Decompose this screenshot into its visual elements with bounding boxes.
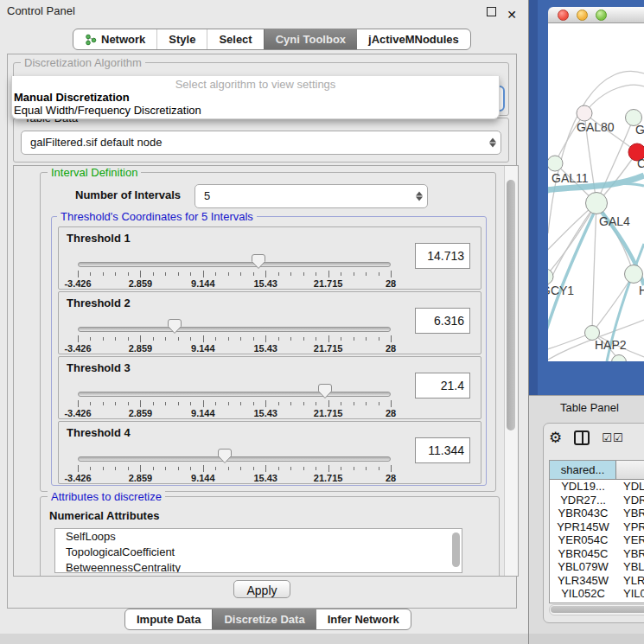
window-close-button[interactable] [558, 10, 569, 21]
cell-shared-name[interactable]: YER054C [550, 533, 616, 547]
cell-shared-name[interactable]: YBR043C [550, 507, 616, 520]
tab-select[interactable]: Select [207, 29, 263, 49]
network-canvas[interactable]: GAL80 GA C GAL11 GAL4 GCY1 H HAP2 [548, 23, 644, 361]
network-view-window[interactable]: GAL80 GA C GAL11 GAL4 GCY1 H HAP2 [529, 0, 644, 395]
cell-name[interactable]: YLR3 [616, 574, 644, 588]
table-row[interactable]: YER054CYER0 [550, 533, 644, 547]
node-partial[interactable] [612, 355, 627, 362]
threshold-1-slider[interactable]: -3.4262.8599.14415.4321.71528 [78, 258, 391, 286]
table-row[interactable]: YBR045CYBR0 [550, 547, 644, 561]
tick-label: 21.715 [314, 408, 343, 418]
threshold-4-value[interactable]: 11.344 [415, 437, 470, 463]
cell-name[interactable]: YER0 [616, 533, 644, 547]
settings-scrollbar[interactable] [504, 166, 518, 576]
slider-handle[interactable] [218, 449, 232, 463]
tab-impute-data[interactable]: Impute Data [125, 609, 212, 629]
tab-style[interactable]: Style [156, 29, 207, 49]
tick-mark [115, 272, 116, 276]
tick-mark [290, 402, 291, 405]
tick-mark [341, 402, 341, 405]
attribute-list-item[interactable]: BetweennessCentrality [55, 560, 462, 573]
slider-handle[interactable] [168, 319, 182, 334]
cell-shared-name[interactable]: YBL079W [550, 560, 616, 574]
dropdown-option-manual-discretization[interactable]: Manual Discretization [12, 91, 499, 104]
numerical-attributes-list[interactable]: SelfLoopsTopologicalCoefficientBetweenne… [54, 528, 462, 573]
slider-handle[interactable] [252, 254, 265, 269]
table-row[interactable]: YDL19...YDL1 [550, 480, 644, 494]
tab-discretize-data[interactable]: Discretize Data [212, 609, 316, 629]
table-row[interactable]: YBR043CYBR0 [550, 507, 644, 520]
column-header-shared-name[interactable]: shared... [550, 461, 616, 480]
attribute-list-item[interactable]: SelfLoops [55, 529, 462, 545]
select-columns-icon[interactable]: ☑☑ [602, 432, 623, 443]
node-h[interactable] [625, 265, 643, 284]
table-row[interactable]: YDR27...YDR2 [550, 494, 644, 507]
scrollbar-thumb[interactable] [507, 180, 515, 430]
cell-name[interactable]: YBR0 [616, 547, 644, 561]
tick-mark [366, 337, 367, 341]
threshold-1-value[interactable]: 14.713 [415, 243, 470, 269]
cell-name[interactable]: YIL0 [616, 587, 644, 601]
split-view-icon[interactable] [574, 430, 590, 445]
top-tab-bar: Network Style Select Cyni Toolbox jActiv… [73, 29, 471, 50]
tab-cyni-toolbox[interactable]: Cyni Toolbox [264, 29, 357, 49]
scrollbar-thumb[interactable] [551, 606, 644, 613]
cell-name[interactable]: YDR2 [616, 494, 644, 507]
node-gal4[interactable] [586, 193, 608, 214]
attributes-group-title: Attributes to discretize [48, 490, 165, 503]
close-icon[interactable]: ✕ [507, 3, 517, 26]
network-window-titlebar[interactable] [548, 7, 644, 23]
cell-name[interactable]: YBL0 [616, 560, 644, 574]
tick-mark [228, 337, 229, 341]
table-row[interactable]: YBL079WYBL0 [550, 560, 644, 574]
table-horizontal-scrollbar[interactable] [549, 604, 644, 615]
tick-mark [354, 272, 354, 276]
tab-jactivemnodules[interactable]: jActiveMNodules [357, 29, 470, 49]
window-zoom-button[interactable] [596, 10, 607, 21]
tick-mark [316, 272, 316, 276]
cell-shared-name[interactable]: YDR27... [550, 494, 616, 507]
cell-name[interactable]: YPR1 [616, 520, 644, 534]
window-minimize-button[interactable] [577, 10, 588, 21]
node-gal11[interactable] [548, 156, 563, 171]
threshold-2-value[interactable]: 6.316 [415, 308, 470, 334]
cell-name[interactable]: YBR0 [616, 507, 644, 520]
table-data-combobox[interactable]: galFiltered.sif default node [21, 131, 501, 155]
table-row[interactable]: YPR145WYPR1 [550, 520, 644, 534]
threshold-2-slider[interactable]: -3.4262.8599.14415.4321.71528 [78, 323, 391, 351]
cell-name[interactable]: YDL1 [616, 480, 644, 494]
dropdown-option-equal-width-frequency[interactable]: Equal Width/Frequency Discretization [12, 104, 499, 117]
tick-mark [379, 402, 379, 405]
node-gcy1[interactable] [548, 269, 553, 284]
threshold-4-slider[interactable]: -3.4262.8599.14415.4321.71528 [78, 453, 391, 481]
cell-shared-name[interactable]: YBR045C [550, 547, 616, 561]
tick-mark [90, 337, 91, 341]
node-gal80[interactable] [577, 105, 592, 121]
table-row[interactable]: YIL052CYIL0 [550, 587, 644, 601]
slider-handle[interactable] [318, 384, 332, 399]
number-of-intervals-combobox[interactable]: 5 [194, 184, 428, 208]
tick-label: 15.43 [253, 278, 277, 289]
list-scrollbar[interactable] [452, 532, 460, 567]
attribute-list-item[interactable]: TopologicalCoefficient [55, 545, 462, 560]
tick-mark [178, 467, 179, 470]
screen: Control Panel ✕ Network Style Select Cyn… [0, 0, 644, 644]
tick-label: -3.426 [64, 473, 91, 483]
cell-shared-name[interactable]: YPR145W [550, 520, 616, 534]
tab-infer-network[interactable]: Infer Network [316, 609, 411, 629]
float-icon[interactable] [487, 7, 496, 16]
tab-network[interactable]: Network [73, 29, 156, 49]
tick-label: 2.859 [129, 473, 153, 483]
algorithm-dropdown-list: Select algorithm to view settings Manual… [11, 76, 500, 119]
table-row[interactable]: YLR345WYLR3 [550, 574, 644, 588]
cell-shared-name[interactable]: YIL052C [550, 587, 616, 601]
gear-icon[interactable]: ⚙ [549, 430, 562, 445]
apply-button[interactable]: Apply [233, 580, 290, 598]
cell-shared-name[interactable]: YLR345W [550, 574, 616, 588]
threshold-3-slider[interactable]: -3.4262.8599.14415.4321.71528 [78, 388, 391, 416]
cell-shared-name[interactable]: YDL19... [550, 480, 616, 494]
tick-mark [253, 467, 254, 470]
column-header-name[interactable]: na [616, 461, 644, 480]
threshold-3-value[interactable]: 21.4 [415, 373, 470, 399]
tick-mark [290, 337, 291, 341]
